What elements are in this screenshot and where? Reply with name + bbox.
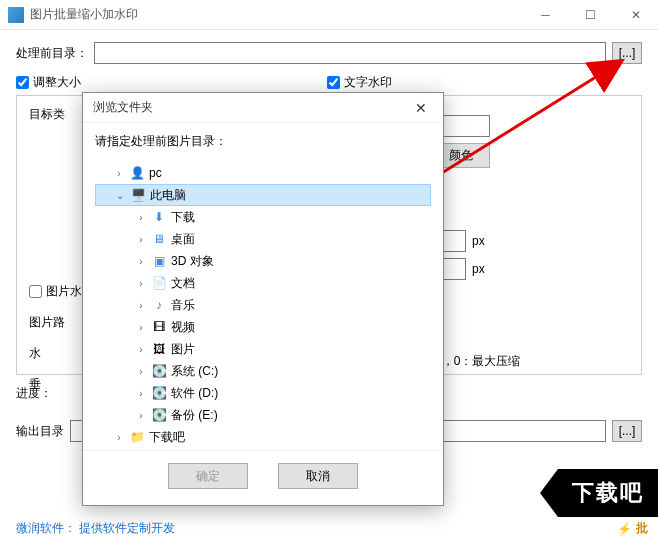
tree-node-documents[interactable]: › 📄 文档 — [95, 272, 431, 294]
chevron-right-icon[interactable]: › — [113, 432, 125, 443]
footer-link[interactable]: 提供软件定制开发 — [79, 521, 175, 535]
chevron-right-icon[interactable]: › — [135, 300, 147, 311]
resize-checkbox-label: 调整大小 — [33, 74, 81, 91]
text-watermark-checkbox-label: 文字水印 — [344, 74, 392, 91]
tree-node-drive-c[interactable]: › 💽 系统 (C:) — [95, 360, 431, 382]
text-watermark-checkbox-input[interactable] — [327, 76, 340, 89]
dialog-instruction: 请指定处理前图片目录： — [95, 133, 431, 150]
footer: 微润软件： 提供软件定制开发 ⚡ 批 — [16, 520, 648, 537]
cube-icon: ▣ — [151, 253, 167, 269]
tree-node-desktop[interactable]: › 🖥 桌面 — [95, 228, 431, 250]
px-label-2: px — [472, 262, 485, 276]
tree-node-music[interactable]: › ♪ 音乐 — [95, 294, 431, 316]
user-icon: 👤 — [129, 165, 145, 181]
chevron-right-icon[interactable]: › — [135, 234, 147, 245]
desktop-icon: 🖥 — [151, 231, 167, 247]
source-dir-input[interactable] — [94, 42, 606, 64]
chevron-right-icon[interactable]: › — [113, 168, 125, 179]
minimize-button[interactable]: ─ — [523, 0, 568, 30]
image-watermark-checkbox-input[interactable] — [29, 285, 42, 298]
resize-checkbox[interactable]: 调整大小 — [16, 74, 81, 91]
maximize-button[interactable]: ☐ — [568, 0, 613, 30]
tree-label: 备份 (E:) — [171, 407, 218, 424]
drive-icon: 💽 — [151, 407, 167, 423]
ok-button[interactable]: 确定 — [168, 463, 248, 489]
tree-label: 视频 — [171, 319, 195, 336]
document-icon: 📄 — [151, 275, 167, 291]
source-dir-label: 处理前目录： — [16, 45, 88, 62]
picture-icon: 🖼 — [151, 341, 167, 357]
output-browse-button[interactable]: [...] — [612, 420, 642, 442]
tree-node-drive-d[interactable]: › 💽 软件 (D:) — [95, 382, 431, 404]
chevron-right-icon[interactable]: › — [135, 366, 147, 377]
tree-label: 此电脑 — [150, 187, 186, 204]
close-button[interactable]: ✕ — [613, 0, 658, 30]
chevron-right-icon[interactable]: › — [135, 322, 147, 333]
dialog-close-button[interactable]: ✕ — [409, 100, 433, 116]
tree-node-pictures[interactable]: › 🖼 图片 — [95, 338, 431, 360]
tree-node-3d-objects[interactable]: › ▣ 3D 对象 — [95, 250, 431, 272]
tree-node-downloads[interactable]: › ⬇ 下载 — [95, 206, 431, 228]
px-label-1: px — [472, 234, 485, 248]
tree-node-xiazaiba[interactable]: › 📁 下载吧 — [95, 426, 431, 448]
footer-action: 批 — [636, 520, 648, 537]
tree-label: 图片 — [171, 341, 195, 358]
window-title: 图片批量缩小加水印 — [30, 6, 523, 23]
target-type-label: 目标类 — [29, 106, 65, 123]
tree-node-videos[interactable]: › 🎞 视频 — [95, 316, 431, 338]
music-icon: ♪ — [151, 297, 167, 313]
vertical-label: 垂 — [29, 376, 41, 393]
tree-label: 下载吧 — [149, 429, 185, 446]
chevron-right-icon[interactable]: › — [135, 344, 147, 355]
tree-label: 音乐 — [171, 297, 195, 314]
tree-node-this-pc[interactable]: ⌄ 🖥️ 此电脑 — [95, 184, 431, 206]
browse-button[interactable]: [...] — [612, 42, 642, 64]
download-icon: ⬇ — [151, 209, 167, 225]
download-badge: 下载吧 — [558, 469, 658, 517]
tree-label: 软件 (D:) — [171, 385, 218, 402]
tree-label: 下载 — [171, 209, 195, 226]
horizontal-label: 水 — [29, 345, 41, 362]
video-icon: 🎞 — [151, 319, 167, 335]
image-watermark-checkbox[interactable]: 图片水 — [29, 283, 82, 300]
folder-tree[interactable]: › 👤 pc ⌄ 🖥️ 此电脑 › ⬇ 下载 › 🖥 桌面 › ▣ — [95, 162, 431, 448]
tree-label: 3D 对象 — [171, 253, 214, 270]
dialog-titlebar: 浏览文件夹 ✕ — [83, 93, 443, 123]
tree-node-pc[interactable]: › 👤 pc — [95, 162, 431, 184]
app-icon — [8, 7, 24, 23]
browse-folder-dialog: 浏览文件夹 ✕ 请指定处理前图片目录： › 👤 pc ⌄ 🖥️ 此电脑 › ⬇ … — [82, 92, 444, 506]
text-watermark-checkbox[interactable]: 文字水印 — [327, 74, 392, 91]
titlebar: 图片批量缩小加水印 ─ ☐ ✕ — [0, 0, 658, 30]
footer-brand: 微润软件： — [16, 521, 76, 535]
tree-label: pc — [149, 166, 162, 180]
folder-icon: 📁 — [129, 429, 145, 445]
tree-label: 桌面 — [171, 231, 195, 248]
chevron-right-icon[interactable]: › — [135, 388, 147, 399]
drive-icon: 💽 — [151, 385, 167, 401]
chevron-right-icon[interactable]: › — [135, 410, 147, 421]
chevron-right-icon[interactable]: › — [135, 256, 147, 267]
resize-checkbox-input[interactable] — [16, 76, 29, 89]
chevron-right-icon[interactable]: › — [135, 212, 147, 223]
chevron-right-icon[interactable]: › — [135, 278, 147, 289]
image-watermark-checkbox-label: 图片水 — [46, 283, 82, 300]
drive-icon: 💽 — [151, 363, 167, 379]
computer-icon: 🖥️ — [130, 187, 146, 203]
tree-label: 文档 — [171, 275, 195, 292]
tree-label: 系统 (C:) — [171, 363, 218, 380]
tree-node-drive-e[interactable]: › 💽 备份 (E:) — [95, 404, 431, 426]
image-path-label: 图片路 — [29, 314, 65, 331]
output-dir-label: 输出目录 — [16, 423, 64, 440]
cancel-button[interactable]: 取消 — [278, 463, 358, 489]
dialog-title: 浏览文件夹 — [93, 99, 409, 116]
chevron-down-icon[interactable]: ⌄ — [114, 190, 126, 201]
lightning-icon: ⚡ — [617, 522, 632, 536]
